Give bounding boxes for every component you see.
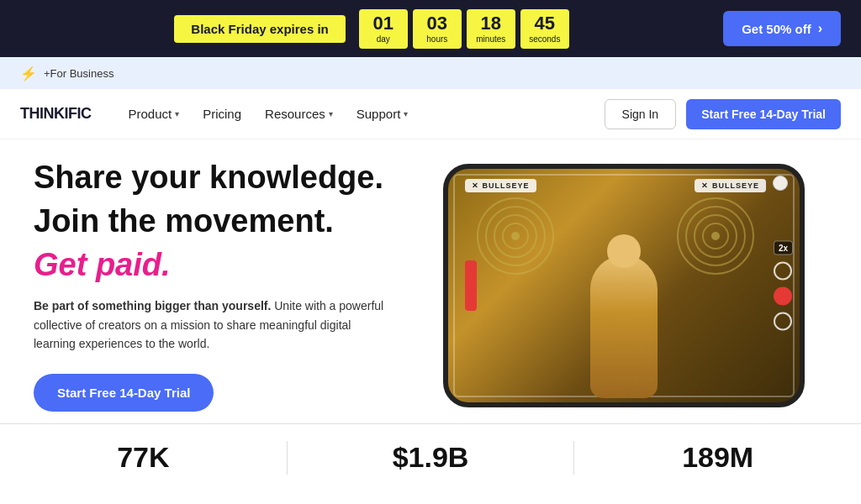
person-head [607, 234, 641, 268]
stat-learners: 189M [574, 441, 861, 474]
countdown-hours: 03 hours [413, 9, 462, 49]
nav-item-product[interactable]: Product ▾ [119, 100, 190, 128]
chevron-down-icon-3: ▾ [404, 109, 408, 118]
cam-button-1 [774, 262, 792, 281]
nav-item-resources[interactable]: Resources ▾ [255, 100, 343, 128]
hours-number: 03 [421, 14, 453, 33]
countdown-seconds: 45 seconds [520, 9, 569, 49]
stat-revenue: $1.9B [288, 441, 574, 474]
seconds-number: 45 [529, 14, 561, 33]
banner-text: Black Friday expires in [174, 15, 345, 43]
countdown-day: 01 day [359, 9, 408, 49]
nav-logo: THINKIFIC [20, 105, 92, 123]
bullseye-logo-left: ✕ BULLSEYE [465, 179, 536, 192]
stats-bar: 77K $1.9B 189M [0, 423, 861, 491]
svg-point-9 [711, 232, 720, 240]
hero-sub-bold: Be part of something bigger than yoursel… [34, 299, 271, 312]
phone-screen: ✕ BULLSEYE ✕ BULLSEYE [448, 169, 800, 402]
target-right [673, 194, 758, 278]
nav-support-label: Support [357, 107, 401, 121]
hero-section: Share your knowledge. Join the movement.… [0, 139, 861, 423]
day-number: 01 [367, 14, 399, 33]
person-figure [590, 255, 658, 398]
hero-image: ✕ BULLSEYE ✕ BULLSEYE [420, 165, 827, 407]
banner-content: Black Friday expires in 01 day 03 hours … [20, 9, 723, 49]
nav-actions: Sign In Start Free 14-Day Trial [605, 99, 841, 129]
get-50-label: Get 50% off [742, 22, 811, 36]
nav-links: Product ▾ Pricing Resources ▾ Support ▾ [119, 100, 605, 128]
hero-cta-button[interactable]: Start Free 14-Day Trial [34, 374, 214, 412]
minutes-label: minutes [475, 34, 507, 44]
camera-controls: 2x [774, 241, 793, 331]
stat-creators: 77K [0, 441, 287, 474]
seconds-label: seconds [529, 34, 561, 44]
red-stripe [465, 260, 477, 311]
hero-headline-2: Join the movement. [34, 203, 404, 240]
phone-mockup: ✕ BULLSEYE ✕ BULLSEYE [443, 164, 805, 407]
chevron-down-icon: ▾ [175, 109, 179, 118]
nav-item-pricing[interactable]: Pricing [193, 100, 251, 128]
cam-button-2 [774, 312, 792, 331]
svg-point-4 [511, 232, 520, 240]
arrow-icon: › [818, 21, 822, 36]
hero-subtext: Be part of something bigger than yoursel… [34, 297, 387, 353]
get-50-button[interactable]: Get 50% off › [723, 11, 841, 46]
chevron-down-icon-2: ▾ [329, 109, 333, 118]
nav-pricing-label: Pricing [203, 107, 241, 121]
bullseye-logo-right: ✕ BULLSEYE [695, 179, 766, 192]
sign-in-button[interactable]: Sign In [605, 99, 677, 129]
nav-resources-label: Resources [265, 107, 325, 121]
top-banner: Black Friday expires in 01 day 03 hours … [0, 0, 861, 57]
record-button [774, 287, 792, 306]
start-trial-button-nav[interactable]: Start Free 14-Day Trial [686, 99, 841, 129]
minutes-number: 18 [475, 14, 507, 33]
nav-product-label: Product [129, 107, 172, 121]
target-left [473, 194, 557, 278]
sub-banner-text: +For Business [44, 67, 114, 80]
countdown-minutes: 18 minutes [467, 9, 515, 49]
nav-item-support[interactable]: Support ▾ [346, 100, 419, 128]
hero-text: Share your knowledge. Join the movement.… [34, 160, 420, 411]
navigation: THINKIFIC Product ▾ Pricing Resources ▾ … [0, 89, 861, 139]
hero-headline-1: Share your knowledge. [34, 160, 404, 197]
hours-label: hours [421, 34, 453, 44]
zoom-badge: 2x [774, 241, 793, 255]
sub-banner-icon: ⚡ [20, 66, 37, 81]
countdown: 01 day 03 hours 18 minutes 45 seconds [359, 9, 569, 49]
day-label: day [367, 34, 399, 44]
sub-banner: ⚡ +For Business [0, 57, 861, 89]
camera-lens-icon [773, 176, 788, 191]
hero-headline-paid: Get paid. [34, 247, 404, 284]
